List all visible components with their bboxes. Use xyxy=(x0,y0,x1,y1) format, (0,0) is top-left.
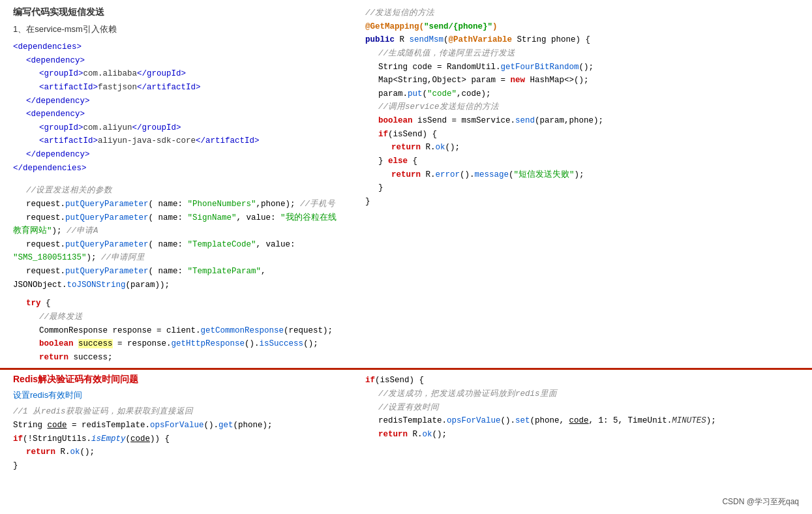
code-line: String code = redisTemplate.opsForValue(… xyxy=(13,419,339,432)
code-line: <dependency> xyxy=(13,54,339,68)
code-line: return R.error().message("短信发送失败"); xyxy=(365,168,796,182)
code-line: request.putQueryParameter( name: "PhoneN… xyxy=(13,198,339,211)
code-line: Map<String,Object> param = new HashMap<>… xyxy=(365,74,796,87)
redis-title: Redis解决验证码有效时间问题 xyxy=(13,374,339,386)
page-title: 编写代码实现短信发送 xyxy=(13,7,339,18)
code-line: //调用service发送短信的方法 xyxy=(365,100,796,114)
code-line: //发送成功，把发送成功验证码放到redis里面 xyxy=(365,387,796,401)
code-line: if(isSend) { xyxy=(365,374,796,387)
code-line: //设置有效时间 xyxy=(365,401,796,415)
code-line: if(isSend) { xyxy=(365,128,796,142)
code-line: return R.ok(); xyxy=(13,446,339,459)
bottom-right-code: if(isSend) { //发送成功，把发送成功验证码放到redis里面 //… xyxy=(365,374,796,441)
params-code: //设置发送相关的参数 request.putQueryParameter( n… xyxy=(13,184,339,292)
bottom-section: Redis解决验证码有效时间问题 设置redis有效时间 //1 从redis获… xyxy=(0,374,812,472)
dependencies-code: <dependencies> <dependency> <groupId>com… xyxy=(13,40,339,175)
code-line: return R.ok(); xyxy=(365,141,796,155)
code-line: return success; xyxy=(13,351,339,365)
code-line: <groupId>com.alibaba</groupId> xyxy=(13,67,339,81)
code-line: </dependency> xyxy=(13,95,339,108)
bottom-right: if(isSend) { //发送成功，把发送成功验证码放到redis里面 //… xyxy=(352,374,809,472)
code-line: request.putQueryParameter( name: "Templa… xyxy=(13,265,339,292)
code-line: } else { xyxy=(365,155,796,168)
code-line: <artifactId>fastjson</artifactId> xyxy=(13,81,339,95)
code-line: //最终发送 xyxy=(13,310,339,324)
code-line: <artifactId>aliyun-java-sdk-core</artifa… xyxy=(13,134,339,148)
code-line: redisTemplate.opsForValue().set(phone, c… xyxy=(365,414,796,428)
right-panel: //发送短信的方法 @GetMapping("send/{phone}") pu… xyxy=(352,7,809,364)
code-line: <groupId>com.aliyun</groupId> xyxy=(13,121,339,135)
code-line: //发送短信的方法 xyxy=(365,7,796,20)
bottom-left-code: //1 从redis获取验证码，如果获取到直接返回 String code = … xyxy=(13,405,339,472)
code-line: String code = RandomUtil.getFourBitRando… xyxy=(365,61,796,74)
code-line: <dependency> xyxy=(13,108,339,121)
code-line: boolean success = response.getHttpRespon… xyxy=(13,337,339,351)
code-line: </dependency> xyxy=(13,148,339,162)
code-line: try { xyxy=(13,297,339,310)
code-line: </dependencies> xyxy=(13,162,339,175)
code-line: //设置发送相关的参数 xyxy=(13,184,339,198)
divider xyxy=(0,368,812,370)
code-line: } xyxy=(13,459,339,473)
code-line: } xyxy=(365,181,796,195)
watermark: CSDN @学习至死qaq xyxy=(722,496,799,507)
right-code: //发送短信的方法 @GetMapping("send/{phone}") pu… xyxy=(365,7,796,208)
bottom-left: Redis解决验证码有效时间问题 设置redis有效时间 //1 从redis获… xyxy=(0,374,352,472)
page-container: 编写代码实现短信发送 1、在service-msm引入依赖 <dependenc… xyxy=(0,0,812,514)
code-line: boolean isSend = msmService.send(param,p… xyxy=(365,114,796,128)
code-line: request.putQueryParameter( name: "Templa… xyxy=(13,238,339,265)
code-line: CommonResponse response = client.getComm… xyxy=(13,324,339,338)
code-line: param.put("code",code); xyxy=(365,87,796,101)
code-line: } xyxy=(365,195,796,209)
code-line: request.putQueryParameter( name: "SignNa… xyxy=(13,211,339,238)
code-line: //生成随机值，传递阿里云进行发送 xyxy=(365,47,796,61)
code-line: <dependencies> xyxy=(13,40,339,54)
redis-subtitle: 设置redis有效时间 xyxy=(13,389,339,401)
step1-label: 1、在service-msm引入依赖 xyxy=(13,23,339,35)
code-line: if(!StringUtils.isEmpty(code)) { xyxy=(13,432,339,446)
try-code: try { //最终发送 CommonResponse response = c… xyxy=(13,297,339,364)
left-panel: 编写代码实现短信发送 1、在service-msm引入依赖 <dependenc… xyxy=(0,7,352,364)
code-line: @GetMapping("send/{phone}") xyxy=(365,20,796,34)
code-line: return R.ok(); xyxy=(365,428,796,442)
code-line: //1 从redis获取验证码，如果获取到直接返回 xyxy=(13,405,339,419)
code-line: public R sendMsm(@PathVariable String ph… xyxy=(365,33,796,47)
top-section: 编写代码实现短信发送 1、在service-msm引入依赖 <dependenc… xyxy=(0,0,812,364)
